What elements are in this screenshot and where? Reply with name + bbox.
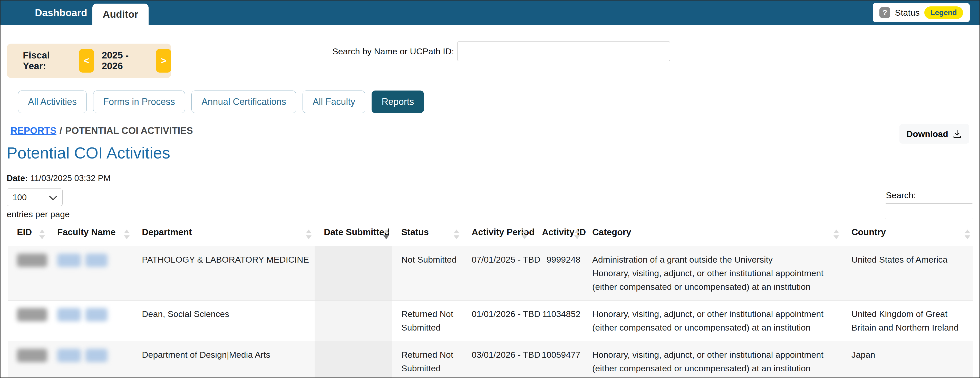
redacted-eid: [17, 308, 47, 321]
redacted-eid: [17, 349, 47, 362]
page-size-select[interactable]: 100: [7, 189, 63, 206]
status-cell: Returned Not Submitted: [392, 300, 462, 341]
column-header-date-submitted-label: Date Submitted: [324, 227, 390, 237]
tab-auditor[interactable]: Auditor: [92, 3, 149, 25]
sort-icon: [522, 230, 527, 239]
column-header-department-label: Department: [142, 227, 192, 237]
breadcrumb: REPORTS/POTENTIAL COI ACTIVITIES: [11, 125, 193, 136]
table-row: PATHOLOGY & LABORATORY MEDICINE Not Subm…: [8, 246, 973, 300]
redacted-name-part: [86, 308, 108, 321]
breadcrumb-reports-link[interactable]: REPORTS: [11, 125, 56, 136]
column-header-activity-id[interactable]: Activity ID: [530, 226, 583, 246]
activity-period-cell: 03/01/2026 - TBD: [462, 341, 530, 378]
category-cell: Administration of a grant outside the Un…: [583, 246, 842, 300]
fiscal-year-value: 2025 - 2026: [102, 50, 148, 71]
redacted-eid: [17, 254, 47, 267]
faculty-name-link-redacted[interactable]: [57, 307, 108, 321]
column-header-status[interactable]: Status: [392, 226, 462, 246]
date-submitted-cell: [315, 300, 392, 341]
faculty-name-link-redacted[interactable]: [57, 253, 108, 267]
sort-icon: [39, 230, 45, 239]
nav-button-all-faculty[interactable]: All Faculty: [302, 91, 365, 113]
table-row: Dean, Social Sciences Returned Not Submi…: [8, 300, 973, 341]
global-search-input[interactable]: [458, 41, 670, 61]
tab-dashboard[interactable]: Dashboard: [35, 0, 87, 25]
question-mark-icon: ?: [880, 7, 890, 18]
category-cell: Honorary, visiting, adjunct, or other in…: [583, 341, 842, 378]
download-button[interactable]: Download: [899, 124, 969, 144]
table-header-row: EID Faculty Name Department Date Submitt…: [8, 226, 973, 246]
redacted-name-part: [86, 349, 108, 362]
download-label: Download: [907, 129, 948, 139]
activity-id-cell: 11034852: [530, 300, 583, 341]
faculty-name-cell: [48, 246, 133, 300]
table-search-label: Search:: [886, 190, 916, 200]
top-navigation-bar: Dashboard Auditor ? Status Legend: [0, 0, 980, 25]
status-label: Status: [895, 8, 920, 18]
faculty-name-cell: [48, 341, 133, 378]
table-row: Department of Design|Media Arts Returned…: [8, 341, 973, 378]
page-title: Potential COI Activities: [7, 144, 170, 162]
sort-icon: [306, 230, 312, 239]
eid-cell: [8, 300, 48, 341]
nav-button-reports[interactable]: Reports: [372, 91, 424, 113]
column-header-country-label: Country: [851, 227, 886, 237]
column-header-department[interactable]: Department: [133, 226, 315, 246]
fiscal-year-next-button[interactable]: >: [156, 49, 171, 73]
redacted-name-part: [86, 254, 108, 267]
column-header-faculty-name-label: Faculty Name: [57, 227, 116, 237]
country-cell: United Kingdom of Great Britain and Nort…: [842, 300, 973, 341]
column-header-eid[interactable]: EID: [8, 226, 48, 246]
status-legend-button[interactable]: ? Status Legend: [873, 3, 970, 22]
nav-button-forms-in-process[interactable]: Forms in Process: [93, 91, 185, 113]
category-item: Honorary, visiting, adjunct, or other in…: [592, 348, 840, 375]
date-submitted-cell: [315, 246, 392, 300]
sort-icon: [454, 230, 459, 239]
nav-button-annual-certifications[interactable]: Annual Certifications: [191, 91, 296, 113]
breadcrumb-separator: /: [59, 125, 62, 136]
fiscal-year-prev-button[interactable]: <: [79, 49, 94, 73]
eid-cell: [8, 246, 48, 300]
potential-coi-activities-table: EID Faculty Name Department Date Submitt…: [8, 226, 973, 378]
table-search: Search:: [885, 190, 973, 219]
report-date: Date: 11/03/2025 03:32 PM: [7, 173, 111, 183]
global-search-label: Search by Name or UCPath ID:: [332, 46, 454, 56]
view-filter-buttons: All Activities Forms in Process Annual C…: [18, 91, 424, 113]
department-cell: Dean, Social Sciences: [133, 300, 315, 341]
sort-icon: [574, 230, 580, 239]
column-header-eid-label: EID: [17, 227, 32, 237]
redacted-name-part: [57, 254, 81, 267]
fiscal-year-label: Fiscal Year:: [23, 50, 72, 71]
column-header-category[interactable]: Category: [583, 226, 842, 246]
country-cell: Japan: [842, 341, 973, 378]
redacted-name-part: [57, 349, 81, 362]
faculty-name-cell: [48, 300, 133, 341]
category-cell: Honorary, visiting, adjunct, or other in…: [583, 300, 842, 341]
sort-icon: [124, 230, 130, 239]
download-icon: [952, 129, 962, 139]
nav-button-all-activities[interactable]: All Activities: [18, 91, 87, 113]
category-item: Administration of a grant outside the Un…: [592, 253, 840, 267]
status-cell: Returned Not Submitted: [392, 341, 462, 378]
column-header-activity-period[interactable]: Activity Period: [462, 226, 530, 246]
department-cell: PATHOLOGY & LABORATORY MEDICINE: [133, 246, 315, 300]
column-header-country[interactable]: Country: [842, 226, 973, 246]
faculty-name-link-redacted[interactable]: [57, 348, 108, 362]
activity-period-cell: 07/01/2025 - TBD: [462, 246, 530, 300]
category-item: Honorary, visiting, adjunct, or other in…: [592, 267, 840, 294]
report-date-value: 11/03/2025 03:32 PM: [30, 173, 111, 183]
legend-badge[interactable]: Legend: [924, 6, 963, 19]
department-cell: Department of Design|Media Arts: [133, 341, 315, 378]
table-search-input[interactable]: [885, 203, 973, 219]
eid-cell: [8, 341, 48, 378]
column-header-category-label: Category: [592, 227, 631, 237]
date-submitted-cell: [315, 341, 392, 378]
fiscal-year-panel: Fiscal Year: < 2025 - 2026 >: [7, 44, 171, 78]
column-header-date-submitted[interactable]: Date Submitted: [315, 226, 392, 246]
column-header-faculty-name[interactable]: Faculty Name: [48, 226, 133, 246]
column-header-status-label: Status: [401, 227, 429, 237]
redacted-name-part: [57, 308, 81, 321]
activity-period-cell: 01/01/2026 - TBD: [462, 300, 530, 341]
sort-icon: [834, 230, 839, 239]
report-date-label: Date:: [7, 173, 28, 183]
